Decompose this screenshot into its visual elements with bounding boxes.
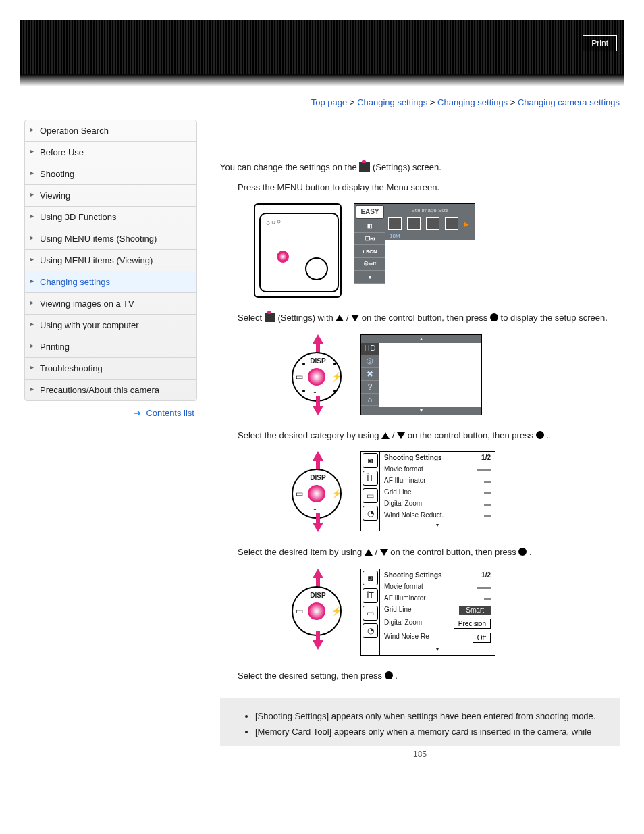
step-3-text: Select the desired category by using / o…: [238, 429, 620, 442]
control-wheel-illustration: DISP ▭ ⚡ ᕀ: [288, 569, 348, 650]
sidebar-item-3d-functions[interactable]: Using 3D Functions: [25, 207, 196, 228]
sidebar-item-shooting[interactable]: Shooting: [25, 163, 196, 185]
center-button-icon: [536, 431, 544, 439]
menu-screen: EASY ◧ ❐ʜɪ i SCN ⦾ off ▾ Still Image Siz…: [354, 203, 475, 284]
sidebar: Operation Search Before Use Shooting Vie…: [24, 120, 197, 401]
down-arrow-icon: [380, 549, 388, 556]
figure-row-3: DISP ▭ ⚡ ᕀ ◙ ÏT ▭ ◔ Shootin: [288, 451, 620, 532]
note-1: [Shooting Settings] appears only when se…: [255, 710, 606, 723]
main-content: You can change the settings on the (Sett…: [197, 120, 620, 759]
step-4-text: Select the desired item by using / on th…: [238, 546, 620, 559]
page-number: 185: [220, 750, 620, 759]
center-button-icon: [308, 602, 325, 620]
divider: [220, 140, 620, 140]
shooting-settings-screen: ◙ ÏT ▭ ◔ Shooting Settings 1/2 Movie for…: [360, 451, 495, 531]
notes-box: [Shooting Settings] appears only when se…: [220, 698, 620, 746]
up-arrow-icon: [315, 569, 321, 588]
center-button-icon: [385, 671, 393, 679]
up-arrow-icon: [381, 432, 390, 439]
center-button-icon: [490, 313, 498, 321]
sidebar-item-changing-settings[interactable]: Changing settings: [25, 271, 196, 293]
breadcrumb: Top page > Changing settings > Changing …: [0, 97, 620, 107]
sidebar-wrap: Operation Search Before Use Shooting Vie…: [24, 120, 197, 418]
breadcrumb-1[interactable]: Changing settings: [357, 97, 427, 107]
arrow-right-icon: ➔: [134, 408, 141, 418]
settings-menu-screen: ▴ HD ⦾ ✖ ? ⌂ ▾: [360, 334, 482, 415]
banner-gradient: [20, 74, 624, 86]
menu-button-highlight-icon: [277, 251, 289, 263]
down-arrow-icon: [351, 315, 359, 321]
contents-list-link[interactable]: ➔ Contents list: [24, 408, 194, 418]
center-button-icon: [518, 548, 527, 556]
figure-row-2: DISP ▭ ⚡ ᕀ ▴ HD ⦾ ✖ ?: [288, 334, 620, 415]
step-5-text: Select the desired setting, then press .: [238, 669, 620, 683]
sidebar-item-precautions[interactable]: Precautions/About this camera: [25, 380, 196, 400]
sidebar-item-tv[interactable]: Viewing images on a TV: [25, 293, 196, 315]
center-button-icon: [308, 368, 325, 386]
down-arrow-icon: [397, 432, 405, 439]
print-button[interactable]: Print: [583, 35, 617, 51]
settings-icon: [359, 162, 370, 172]
control-wheel-illustration: DISP ▭ ⚡ ᕀ: [288, 334, 348, 415]
sidebar-item-computer[interactable]: Using with your computer: [25, 315, 196, 336]
up-arrow-icon: [315, 334, 321, 353]
breadcrumb-top[interactable]: Top page: [311, 97, 348, 107]
up-arrow-icon: [315, 451, 321, 470]
sidebar-item-menu-shooting[interactable]: Using MENU items (Shooting): [25, 228, 196, 250]
figure-row-4: DISP ▭ ⚡ ᕀ ◙ ÏT ▭ ◔ Shootin: [288, 569, 620, 656]
note-2: [Memory Card Tool] appears only when a m…: [255, 726, 606, 739]
top-banner: Print: [20, 20, 624, 74]
up-arrow-icon: [365, 549, 373, 556]
down-arrow-icon: [315, 396, 321, 415]
center-button-icon: [308, 485, 325, 502]
up-arrow-icon: [336, 315, 344, 321]
camera-illustration: ○○○: [254, 203, 342, 298]
settings-icon: [265, 313, 275, 322]
sidebar-item-operation-search[interactable]: Operation Search: [25, 120, 196, 142]
figure-row-1: ○○○ EASY ◧ ❐ʜɪ i SCN ⦾ off ▾ Still Image…: [254, 203, 620, 298]
sidebar-item-printing[interactable]: Printing: [25, 336, 196, 358]
down-arrow-icon: [315, 631, 321, 650]
shooting-settings-screen-2: ◙ ÏT ▭ ◔ Shooting Settings 1/2 Movie for…: [360, 569, 495, 656]
sidebar-item-troubleshooting[interactable]: Troubleshooting: [25, 358, 196, 380]
breadcrumb-3[interactable]: Changing camera settings: [518, 97, 620, 107]
step-1-text: Press the MENU button to display the Men…: [238, 181, 620, 194]
down-arrow-icon: [315, 513, 321, 532]
sidebar-item-before-use[interactable]: Before Use: [25, 142, 196, 163]
control-wheel-illustration: DISP ▭ ⚡ ᕀ: [288, 451, 348, 532]
intro-text: You can change the settings on the (Sett…: [220, 161, 620, 174]
breadcrumb-2[interactable]: Changing settings: [437, 97, 508, 107]
sidebar-item-menu-viewing[interactable]: Using MENU items (Viewing): [25, 250, 196, 271]
sidebar-item-viewing[interactable]: Viewing: [25, 185, 196, 207]
step-2-text: Select (Settings) with / on the control …: [238, 311, 620, 325]
